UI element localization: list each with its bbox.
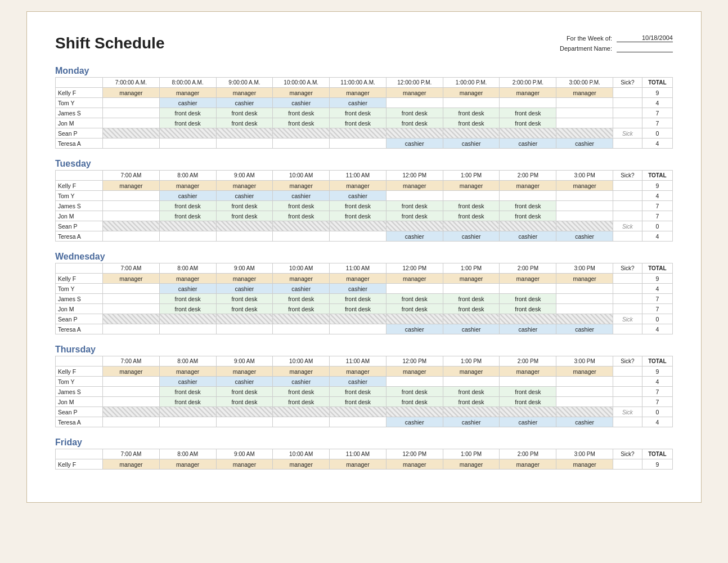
employee-name: Tom Y	[56, 284, 103, 294]
shift-cell: manager	[102, 88, 159, 98]
shift-cell	[443, 191, 500, 201]
employee-name: Kelly F	[56, 88, 103, 98]
col-header-name	[56, 356, 103, 367]
shift-cell	[556, 304, 613, 314]
employee-name: Sean P	[56, 128, 103, 138]
shift-cell	[386, 221, 443, 231]
shift-cell: front desk	[330, 118, 387, 128]
shift-cell: cashier	[386, 324, 443, 334]
shift-cell	[273, 138, 330, 149]
shift-cell	[500, 314, 556, 324]
col-header-sick: Sick?	[613, 263, 642, 274]
total-cell: 9	[642, 367, 672, 377]
shift-cell	[556, 284, 613, 294]
table-row: Teresa Acashiercashiercashiercashier4	[56, 231, 673, 242]
shift-cell	[443, 377, 500, 387]
sick-cell	[613, 98, 642, 108]
shift-cell: front desk	[500, 201, 556, 211]
shift-cell: cashier	[159, 284, 216, 294]
shift-cell	[443, 314, 500, 324]
schedule-table-tuesday: 7:00 AM8:00 AM9:00 AM10:00 AM11:00 AM12:…	[55, 170, 673, 242]
employee-name: Jon M	[56, 118, 103, 128]
col-header-time-7: 2:00:00 P.M.	[500, 78, 556, 88]
col-header-sick: Sick?	[613, 356, 642, 367]
shift-cell	[556, 397, 613, 407]
table-row: Sean PSick0	[56, 128, 673, 138]
shift-cell	[443, 284, 500, 294]
total-cell: 0	[642, 407, 672, 417]
shift-cell: manager	[216, 274, 273, 284]
shift-cell: front desk	[443, 118, 500, 128]
shift-cell	[216, 314, 273, 324]
shift-cell: manager	[386, 367, 443, 377]
shift-cell	[102, 98, 159, 108]
shift-cell: front desk	[330, 201, 387, 211]
shift-cell: manager	[500, 181, 556, 191]
shift-cell: front desk	[216, 294, 273, 304]
shift-cell	[330, 324, 387, 334]
shift-cell	[556, 201, 613, 211]
shift-cell	[159, 128, 216, 138]
col-header-time-6: 1:00 PM	[443, 263, 500, 274]
shift-cell: manager	[216, 367, 273, 377]
sick-cell	[613, 417, 642, 427]
total-cell: 4	[642, 191, 672, 201]
shift-cell: manager	[386, 88, 443, 98]
sick-cell	[613, 88, 642, 98]
shift-cell: manager	[102, 181, 159, 191]
dept-label: Department Name:	[560, 45, 612, 52]
sick-cell	[613, 397, 642, 407]
shift-cell: manager	[386, 459, 443, 470]
col-header-time-2: 9:00 AM	[216, 263, 273, 274]
shift-cell: manager	[102, 274, 159, 284]
shift-cell: front desk	[330, 294, 387, 304]
shift-cell: manager	[159, 274, 216, 284]
col-header-time-8: 3:00:00 P.M.	[556, 78, 613, 88]
shift-cell: front desk	[216, 201, 273, 211]
col-header-name	[56, 263, 103, 274]
sick-cell: Sick	[613, 221, 642, 231]
total-cell: 4	[642, 138, 672, 149]
total-cell: 7	[642, 108, 672, 118]
col-header-sick: Sick?	[613, 78, 642, 88]
shift-cell	[386, 284, 443, 294]
shift-cell: front desk	[159, 108, 216, 118]
shift-cell: front desk	[386, 108, 443, 118]
employee-name: Jon M	[56, 304, 103, 314]
shift-cell	[556, 387, 613, 397]
employee-name: Jon M	[56, 397, 103, 407]
total-cell: 0	[642, 314, 672, 324]
shift-cell: cashier	[159, 98, 216, 108]
shift-cell: manager	[273, 274, 330, 284]
employee-name: Tom Y	[56, 98, 103, 108]
shift-cell	[330, 407, 387, 417]
total-cell: 7	[642, 294, 672, 304]
shift-cell: front desk	[500, 387, 556, 397]
shift-cell: cashier	[273, 284, 330, 294]
employee-name: Sean P	[56, 314, 103, 324]
shift-cell: cashier	[216, 98, 273, 108]
shift-cell: cashier	[556, 231, 613, 242]
day-section-friday: Friday7:00 AM8:00 AM9:00 AM10:00 AM11:00…	[55, 437, 673, 470]
total-cell: 0	[642, 128, 672, 138]
shift-cell	[500, 191, 556, 201]
day-label: Tuesday	[55, 159, 673, 169]
col-header-name	[56, 171, 103, 181]
col-header-time-3: 10:00 AM	[273, 263, 330, 274]
col-header-total: TOTAL	[642, 78, 672, 88]
shift-cell: manager	[443, 367, 500, 377]
col-header-time-3: 10:00:00 A.M.	[273, 78, 330, 88]
col-header-time-3: 10:00 AM	[273, 171, 330, 181]
shift-cell	[500, 128, 556, 138]
dept-line: Department Name:	[560, 44, 673, 52]
total-cell: 7	[642, 397, 672, 407]
col-header-time-0: 7:00 AM	[102, 356, 159, 367]
col-header-time-4: 11:00:00 A.M.	[330, 78, 387, 88]
shift-cell: front desk	[443, 304, 500, 314]
shift-cell: front desk	[159, 294, 216, 304]
total-cell: 9	[642, 459, 672, 470]
col-header-time-2: 9:00:00 A.M.	[216, 78, 273, 88]
col-header-time-8: 3:00 PM	[556, 171, 613, 181]
shift-cell	[556, 108, 613, 118]
shift-cell	[443, 128, 500, 138]
